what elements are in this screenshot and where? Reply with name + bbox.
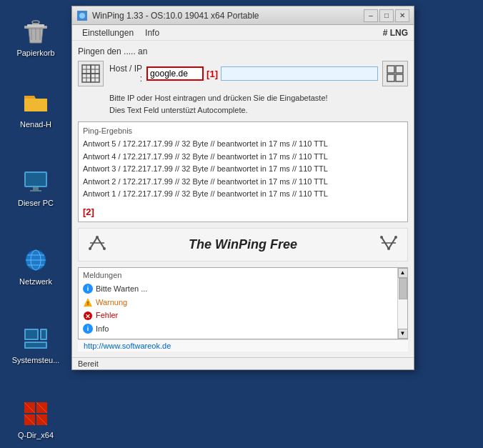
network-label: Netzwerk [19, 277, 52, 286]
svg-rect-6 [33, 187, 39, 190]
svg-rect-5 [26, 173, 46, 186]
messages-title: Meldungen [83, 271, 393, 279]
svg-rect-38 [396, 66, 403, 73]
ping-line-1: Antwort 1 / 172.217.17.99 // 32 Byte // … [83, 188, 403, 201]
maximize-button[interactable]: □ [379, 9, 394, 22]
bracket2-label: [2] [83, 206, 403, 217]
app-icon [76, 10, 88, 21]
menu-items: Einstellungen Info [78, 26, 164, 39]
msg-error-text: Fehler [96, 309, 118, 322]
menu-einstellungen[interactable]: Einstellungen [78, 26, 138, 39]
warn-icon: ! [83, 297, 93, 307]
winping-window: WinPing 1.33 - OS:10.0 19041 x64 Portabl… [71, 6, 414, 370]
network-icon [21, 246, 50, 274]
nenad-label: Nenad-H [20, 120, 51, 129]
folder-icon [21, 89, 50, 117]
url-bar[interactable]: http://www.softwareok.de [78, 339, 408, 352]
host-label: Host / IP : [108, 64, 142, 84]
title-bar-left: WinPing 1.33 - OS:10.0 19041 x64 Portabl… [76, 10, 259, 21]
info-line2: Dies Text Feld unterstüzt Autocomplete. [109, 104, 328, 116]
svg-rect-18 [26, 343, 46, 347]
svg-point-46 [96, 236, 99, 239]
msg-wait-text: Bitte Warten ... [96, 282, 147, 296]
scroll-down-button[interactable]: ▼ [398, 329, 408, 339]
banner-icon-left [87, 234, 107, 255]
svg-rect-40 [396, 74, 403, 81]
svg-rect-16 [41, 330, 46, 339]
message-warning: ! Warnung [83, 296, 393, 309]
message-error: ✕ Fehler [83, 309, 393, 322]
system-icon [21, 324, 50, 353]
pc-label: Dieser PC [18, 199, 54, 207]
computer-icon [21, 167, 50, 196]
host-input[interactable] [146, 66, 204, 81]
scroll-track [398, 278, 407, 329]
desktop-icon-nenad[interactable]: Nenad-H [11, 86, 61, 131]
recycle-bin-icon [21, 17, 50, 46]
menu-bar: Einstellungen Info # LNG [72, 25, 414, 41]
desktop-icon-recycle[interactable]: Papierkorb [11, 14, 61, 60]
info-line1: Bitte IP oder Host eintragen und drücken… [109, 92, 328, 104]
desktop-icon-system[interactable]: Systemsteu... [11, 322, 61, 367]
info-text: Bitte IP oder Host eintragen und drücken… [109, 92, 328, 116]
minimize-button[interactable]: – [364, 9, 378, 22]
scrollbar[interactable]: ▲ ▼ [397, 268, 407, 339]
ping-results-title: Ping-Ergebnis [83, 126, 403, 135]
svg-rect-37 [387, 66, 394, 73]
ping-line-3: Antwort 3 / 172.217.17.99 // 32 Byte // … [83, 163, 403, 176]
banner-icon-right [379, 234, 399, 255]
status-bar: Bereit [72, 357, 414, 369]
svg-point-28 [79, 13, 85, 19]
message-wait: i Bitte Warten ... [83, 282, 393, 296]
ping-line-5: Antwort 5 / 172.217.17.99 // 32 Byte // … [83, 138, 403, 151]
window-title: WinPing 1.33 - OS:10.0 19041 x64 Portabl… [92, 11, 259, 21]
msg-info-text: Info [96, 322, 109, 336]
ping-results-box: Ping-Ergebnis Antwort 5 / 172.217.17.99 … [78, 121, 408, 222]
svg-point-52 [387, 247, 390, 250]
error-icon: ✕ [83, 311, 93, 321]
svg-point-45 [103, 247, 106, 250]
svg-rect-7 [30, 190, 41, 191]
svg-rect-3 [27, 24, 44, 27]
svg-text:!: ! [87, 300, 89, 307]
banner-title: The WinPing Free [189, 237, 297, 252]
msg-warn-text: Warnung [96, 296, 127, 309]
system-label: Systemsteu... [12, 356, 60, 364]
svg-rect-39 [387, 74, 394, 81]
host-input-full[interactable] [221, 66, 378, 81]
desktop-icon-qdir[interactable]: Q-Dir_x64 [11, 397, 61, 442]
close-button[interactable]: ✕ [395, 9, 409, 22]
title-bar-buttons: – □ ✕ [364, 9, 409, 22]
message-info: i Info [83, 322, 393, 336]
host-input-container: [1] [146, 66, 378, 81]
svg-point-44 [89, 247, 91, 250]
scroll-thumb[interactable] [399, 278, 407, 299]
settings-icon-box[interactable] [382, 61, 408, 86]
svg-point-2 [32, 21, 39, 24]
qdir-icon [21, 399, 50, 428]
host-row: Host / IP : [1] [78, 61, 408, 86]
messages-container: Meldungen i Bitte Warten ... ! Warnung [78, 267, 408, 339]
ping-header: Pingen den ..... an [78, 46, 408, 56]
info-icon-1: i [83, 284, 93, 294]
banner-row: The WinPing Free [78, 228, 408, 262]
info-icon-2: i [83, 324, 93, 334]
content-area: Pingen den ..... an Host / IP : [1] [72, 41, 414, 357]
menu-info[interactable]: Info [141, 26, 164, 39]
desktop-icon-pc[interactable]: Dieser PC [11, 164, 61, 210]
lng-label[interactable]: # LNG [383, 28, 408, 38]
scroll-up-button[interactable]: ▲ [398, 268, 408, 278]
recycle-bin-label: Papierkorb [16, 49, 54, 57]
desktop-icon-network[interactable]: Netzwerk [11, 243, 61, 289]
title-bar: WinPing 1.33 - OS:10.0 19041 x64 Portabl… [72, 6, 414, 25]
bracket1-label: [1] [206, 69, 218, 79]
ping-line-4: Antwort 4 / 172.217.17.99 // 32 Byte // … [83, 151, 403, 164]
qdir-label: Q-Dir_x64 [18, 431, 54, 439]
svg-point-51 [394, 236, 397, 239]
info-text-row: Bitte IP oder Host eintragen und drücken… [109, 92, 408, 116]
ping-line-2: Antwort 2 / 172.217.17.99 // 32 Byte // … [83, 176, 403, 189]
svg-point-50 [380, 236, 383, 239]
svg-text:✕: ✕ [85, 313, 91, 320]
svg-rect-14 [26, 330, 37, 339]
host-icon-box [78, 61, 104, 86]
